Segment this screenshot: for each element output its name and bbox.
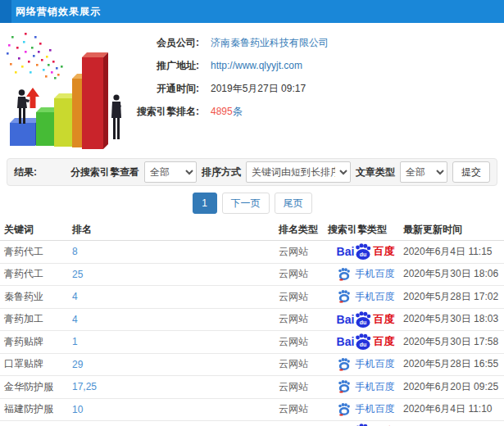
table-body: 膏药代工 8 云网站 Bai du 百度 2020年6月4日 11:15 膏药代… xyxy=(0,241,504,426)
baidu-logo: Bai du 百度 xyxy=(337,423,395,426)
header-update-time: 最新更新时间 xyxy=(403,223,504,237)
rank-cell[interactable]: 8 xyxy=(72,246,279,257)
engine-view-select[interactable]: 全部 xyxy=(144,161,197,183)
mobile-baidu-paw-icon xyxy=(337,357,352,372)
rank-cell[interactable]: 4 xyxy=(72,314,279,325)
baidu-paw-icon: du xyxy=(354,242,372,261)
time-cell: 2020年5月30日 18:03 xyxy=(403,312,504,326)
header-bar: 网络营销效果展示 xyxy=(0,0,504,23)
filter-controls: 分搜索引擎查看 全部 排序方式 关键词由短到长排序 文章类型 全部 提交 xyxy=(70,161,490,183)
baidu-paw-icon: du xyxy=(354,333,372,351)
page-1-button[interactable]: 1 xyxy=(193,193,217,214)
baidu-cn-text: 百度 xyxy=(373,244,394,259)
header-rank-type: 排名类型 xyxy=(279,223,328,237)
table-row: 金华防护服 17,25 云网站 手机百度 2020年6月20日 09:25 xyxy=(0,376,504,399)
filter-bar: 结果: 分搜索引擎查看 全部 排序方式 关键词由短到长排序 文章类型 全部 提交 xyxy=(7,158,497,186)
table-row: 膏药代工 25 云网站 手机百度 2020年5月30日 18:06 xyxy=(0,264,504,287)
baidu-bai-text: Bai xyxy=(337,313,355,326)
rank-cell[interactable]: 25 xyxy=(72,269,279,280)
baidu-logo: Bai du 百度 xyxy=(337,242,395,261)
result-label: 结果: xyxy=(14,165,37,179)
svg-text:du: du xyxy=(360,342,367,347)
last-page-button[interactable]: 尾页 xyxy=(275,193,312,214)
rank-count-link[interactable]: 4895条 xyxy=(211,105,243,119)
time-cell: 2020年6月4日 11:10 xyxy=(403,402,504,416)
time-cell: 2020年6月4日 11:15 xyxy=(403,245,504,259)
time-cell: 2020年5月28日 17:02 xyxy=(403,290,504,304)
rank-type-cell: 云网站 xyxy=(279,402,328,416)
mobile-baidu-logo: 手机百度 xyxy=(337,379,395,394)
svg-text:du: du xyxy=(360,320,367,325)
keyword-cell: 膏药加工 xyxy=(4,312,72,326)
next-page-button[interactable]: 下一页 xyxy=(222,193,270,214)
company-info-section: 会员公司: 济南秦鲁药业科技有限公司 推广地址: http://www.qlyy… xyxy=(0,23,504,152)
baidu-bai-text: Bai xyxy=(337,335,355,348)
svg-text:du: du xyxy=(360,252,367,257)
keyword-cell: 口罩贴牌 xyxy=(4,357,72,371)
table-row: 膏药贴牌 1 云网站 Bai du 百度 2020年5月30日 17:58 xyxy=(0,331,504,354)
engine-view-label: 分搜索引擎查看 xyxy=(70,165,139,179)
baidu-cn-text: 百度 xyxy=(373,312,394,327)
info-row-url: 推广地址: http://www.qlyyjt.com xyxy=(0,54,504,77)
baidu-logo: Bai du 百度 xyxy=(337,333,395,351)
rank-count-label: 搜索引擎排名: xyxy=(0,105,199,119)
rank-type-cell: 云网站 xyxy=(279,290,328,304)
keyword-cell: 膏药代工 xyxy=(4,245,72,259)
mobile-baidu-logo: 手机百度 xyxy=(337,267,395,282)
promo-url-link[interactable]: http://www.qlyyjt.com xyxy=(211,60,302,71)
time-cell: 2020年6月20日 09:25 xyxy=(403,380,504,394)
engine-cell: Bai du 百度 xyxy=(328,242,403,261)
pagination: 1 下一页 尾页 xyxy=(0,186,504,220)
table-row: Bai du 百度 xyxy=(0,421,504,426)
mobile-baidu-label: 手机百度 xyxy=(356,380,395,394)
keyword-cell: 膏药代工 xyxy=(4,267,72,281)
table-row: 膏药加工 4 云网站 Bai du 百度 2020年5月30日 18:03 xyxy=(0,309,504,332)
table-header-row: 关键词 排名 排名类型 搜索引擎类型 最新更新时间 xyxy=(0,220,504,241)
open-time-label: 开通时间: xyxy=(0,82,199,96)
mobile-baidu-label: 手机百度 xyxy=(356,402,395,416)
header-accent xyxy=(0,0,11,23)
engine-cell: 手机百度 xyxy=(328,379,403,394)
info-row-rank-count: 搜索引擎排名: 4895条 xyxy=(0,100,504,123)
article-type-select[interactable]: 全部 xyxy=(400,161,447,183)
rank-type-cell: 云网站 xyxy=(279,267,328,281)
engine-cell: 手机百度 xyxy=(328,267,403,282)
baidu-logo: Bai du 百度 xyxy=(337,310,395,329)
rank-type-cell: 云网站 xyxy=(279,357,328,371)
article-type-label: 文章类型 xyxy=(356,165,395,179)
rank-cell[interactable]: 1 xyxy=(72,336,279,347)
mobile-baidu-label: 手机百度 xyxy=(356,290,395,304)
mobile-baidu-logo: 手机百度 xyxy=(337,402,395,417)
mobile-baidu-label: 手机百度 xyxy=(356,267,395,281)
info-row-company: 会员公司: 济南秦鲁药业科技有限公司 xyxy=(0,31,504,54)
time-cell: 2020年5月30日 17:58 xyxy=(403,335,504,349)
page-title: 网络营销效果展示 xyxy=(11,5,101,19)
engine-cell: 手机百度 xyxy=(328,402,403,417)
time-cell: 2020年5月28日 16:55 xyxy=(403,357,504,371)
mobile-baidu-paw-icon xyxy=(337,379,352,394)
rank-cell[interactable]: 17,25 xyxy=(72,381,279,392)
engine-cell: Bai du 百度 xyxy=(328,333,403,351)
table-row: 秦鲁药业 4 云网站 手机百度 2020年5月28日 17:02 xyxy=(0,286,504,309)
company-name-link[interactable]: 济南秦鲁药业科技有限公司 xyxy=(211,36,329,50)
header-keyword: 关键词 xyxy=(4,223,72,237)
table-row: 福建防护服 10 云网站 手机百度 2020年6月4日 11:10 xyxy=(0,399,504,422)
keyword-cell: 秦鲁药业 xyxy=(4,290,72,304)
rank-cell[interactable]: 10 xyxy=(72,404,279,415)
keyword-cell: 膏药贴牌 xyxy=(4,335,72,349)
sort-label: 排序方式 xyxy=(202,165,241,179)
company-label: 会员公司: xyxy=(0,36,199,50)
time-cell: 2020年5月30日 18:06 xyxy=(403,267,504,281)
sort-select[interactable]: 关键词由短到长排序 xyxy=(246,161,351,183)
rank-count-number: 4895 xyxy=(211,106,233,117)
engine-cell: 手机百度 xyxy=(328,357,403,372)
rank-cell[interactable]: 29 xyxy=(72,359,279,370)
rank-cell[interactable]: 4 xyxy=(72,291,279,302)
rank-type-cell: 云网站 xyxy=(279,335,328,349)
rank-type-cell: 云网站 xyxy=(279,245,328,259)
engine-cell: 手机百度 xyxy=(328,289,403,304)
submit-button[interactable]: 提交 xyxy=(452,161,490,183)
company-info-fields: 会员公司: 济南秦鲁药业科技有限公司 推广地址: http://www.qlyy… xyxy=(0,31,504,123)
rank-count-suffix: 条 xyxy=(233,106,243,117)
table-row: 膏药代工 8 云网站 Bai du 百度 2020年6月4日 11:15 xyxy=(0,241,504,264)
